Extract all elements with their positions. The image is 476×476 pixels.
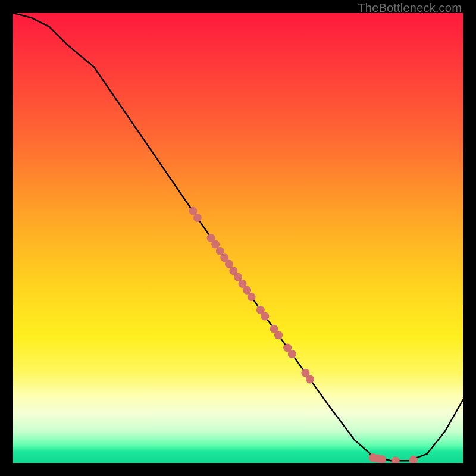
data-point bbox=[306, 375, 314, 383]
chart-frame: TheBottleneck.com bbox=[0, 0, 476, 476]
curve-line bbox=[13, 13, 463, 461]
data-point bbox=[248, 293, 256, 301]
scatter-points bbox=[189, 207, 417, 463]
data-point bbox=[274, 331, 283, 339]
chart-svg bbox=[13, 13, 463, 463]
data-point bbox=[261, 312, 269, 321]
curve-path bbox=[13, 13, 463, 461]
data-point bbox=[392, 456, 400, 463]
data-point bbox=[409, 456, 418, 463]
data-point bbox=[193, 214, 202, 222]
data-point bbox=[288, 350, 296, 358]
plot-area bbox=[13, 13, 463, 463]
